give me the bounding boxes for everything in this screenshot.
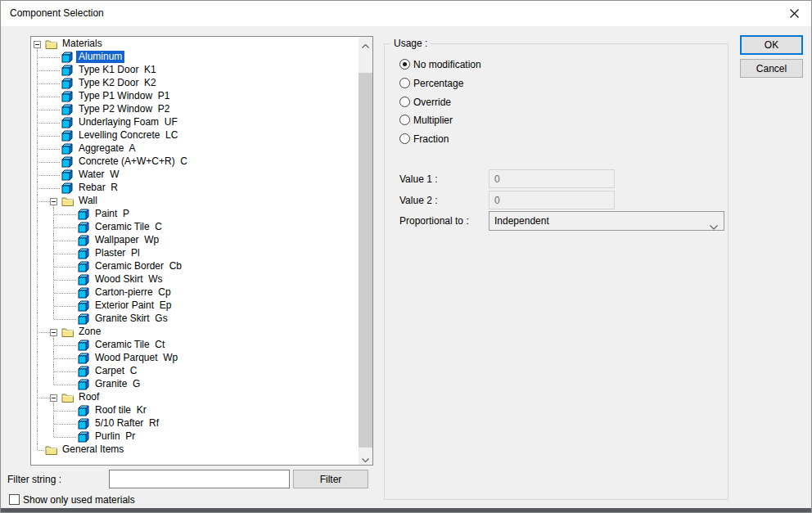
tree-connector-line [54, 385, 76, 385]
tree-item-row[interactable]: Type K1 Door K1 [31, 64, 358, 77]
tree-connector-line [38, 175, 60, 176]
tree-guide-line [37, 404, 38, 417]
material-icon [78, 418, 91, 430]
tree-connector-line [54, 293, 76, 294]
tree-guide-line [37, 247, 38, 260]
tree-connector-line [38, 188, 60, 189]
tree-folder-row[interactable]: General Items [31, 443, 358, 457]
tree-item-row[interactable]: Aluminum [31, 51, 358, 64]
tree-folder-row[interactable]: Roof [31, 391, 358, 404]
tree-item-row[interactable]: Roof tile Kr [31, 404, 358, 417]
tree-item-row[interactable]: Exterior Paint Ep [31, 299, 358, 313]
folder-icon [61, 196, 74, 207]
tree-item-row[interactable]: Wallpaper Wp [31, 234, 358, 247]
tree-item-row[interactable]: Levelling Concrete LC [31, 129, 358, 142]
scrollbar-thumb[interactable] [359, 73, 372, 448]
tree-folder-row[interactable]: Materials [31, 38, 358, 51]
tree-item-label: Paint P [92, 208, 132, 220]
cancel-button[interactable]: Cancel [740, 59, 803, 78]
radio-button-icon[interactable] [399, 133, 410, 144]
tree-item-row[interactable]: Underlaying Foam UF [31, 116, 358, 129]
tree-item-row[interactable]: Ceramic Border Cb [31, 260, 358, 273]
close-button[interactable] [778, 2, 810, 25]
tree-item-row[interactable]: Rebar R [31, 182, 358, 195]
tree-connector-line [54, 424, 76, 425]
tree-guide-line [37, 234, 38, 247]
tree-connector-line [38, 398, 50, 398]
tree-item-row[interactable]: Water W [31, 169, 358, 182]
tree-folder-row[interactable]: Wall [31, 195, 358, 208]
scrollbar-down-button[interactable] [359, 451, 372, 465]
tree-item-row[interactable]: Type K2 Door K2 [31, 77, 358, 90]
ok-button[interactable]: OK [740, 35, 803, 55]
material-icon [61, 104, 74, 115]
collapse-toggle-icon[interactable] [50, 329, 57, 336]
tree-connector-line [54, 345, 76, 346]
material-icon [78, 379, 91, 390]
tree-item-row[interactable]: Granite G [31, 378, 358, 391]
tree-connector-line [38, 450, 43, 451]
material-icon [78, 340, 91, 351]
chevron-up-icon [362, 37, 369, 52]
radio-button-icon[interactable] [399, 78, 410, 88]
folder-icon [61, 326, 74, 338]
tree-item-row[interactable]: Plaster Pl [31, 247, 358, 260]
filter-button[interactable]: Filter [293, 470, 368, 488]
tree-item-row[interactable]: Purlin Pr [31, 430, 358, 443]
materials-tree: MaterialsAluminumType K1 Door K1Type K2 … [30, 36, 373, 466]
tree-item-row[interactable]: Wood Parquet Wp [31, 352, 358, 365]
collapse-toggle-icon[interactable] [50, 198, 57, 205]
tree-item-label: Aluminum [76, 51, 124, 63]
radio-button-icon[interactable] [399, 97, 410, 107]
tree-item-row[interactable]: Type P1 Window P1 [31, 90, 358, 103]
tree-item-label: Type K1 Door K1 [76, 64, 159, 76]
scrollbar-up-button[interactable] [359, 37, 372, 51]
tree-item-row[interactable]: Ceramic Tile Ct [31, 339, 358, 352]
tree-item-row[interactable]: Type P2 Window P2 [31, 103, 358, 116]
tree-item-row[interactable]: Paint P [31, 208, 358, 221]
material-icon [78, 261, 91, 272]
folder-icon [45, 38, 58, 50]
tree-guide-line [37, 299, 38, 313]
material-icon [61, 91, 74, 102]
tree-item-row[interactable]: Carpet C [31, 365, 358, 378]
close-icon [790, 7, 799, 21]
tree-guide-line [37, 365, 38, 378]
tree-item-label: Ceramic Tile C [92, 221, 165, 233]
tree-item-row[interactable]: Wood Skirt Ws [31, 273, 358, 286]
value2-input [489, 191, 615, 209]
tree-item-row[interactable]: Ceramic Tile C [31, 221, 358, 234]
tree-scrollbar[interactable] [359, 37, 372, 465]
tree-item-label: General Items [60, 443, 126, 456]
proportional-to-label: Proportional to : [399, 215, 469, 227]
tree-folder-row[interactable]: Zone [31, 326, 358, 339]
tree-item-label: Concrete (A+W+C+R) C [76, 155, 190, 168]
radio-button-icon[interactable] [399, 59, 410, 70]
tree-item-row[interactable]: Granite Skirt Gs [31, 313, 358, 326]
filter-input[interactable] [109, 470, 290, 488]
radio-label: Override [413, 97, 451, 108]
material-icon [78, 287, 91, 299]
tree-guide-line [37, 430, 38, 443]
tree-connector-line [38, 57, 60, 58]
material-icon [61, 117, 74, 128]
material-icon [61, 156, 74, 168]
tree-item-label: Wallpaper Wp [92, 234, 161, 246]
chevron-down-icon [362, 451, 369, 466]
tree-item-row[interactable]: Carton-pierre Cp [31, 286, 358, 299]
collapse-toggle-icon[interactable] [50, 394, 57, 402]
background-window-edge [1, 508, 812, 513]
tree-item-row[interactable]: Aggregate A [31, 142, 358, 155]
proportional-to-dropdown[interactable]: Independent [489, 211, 724, 231]
show-only-used-materials-checkbox[interactable] [9, 494, 20, 505]
collapse-toggle-icon[interactable] [34, 41, 41, 48]
tree-item-row[interactable]: 5/10 Rafter Rf [31, 417, 358, 430]
radio-button-icon[interactable] [399, 115, 410, 125]
tree-item-label: Carton-pierre Cp [92, 286, 174, 299]
material-icon [78, 235, 91, 246]
material-icon [78, 431, 91, 443]
tree-guide-line [37, 313, 38, 326]
usage-groupbox: Usage : [384, 43, 729, 500]
proportional-to-value: Independent [494, 212, 549, 230]
tree-item-row[interactable]: Concrete (A+W+C+R) C [31, 155, 358, 169]
